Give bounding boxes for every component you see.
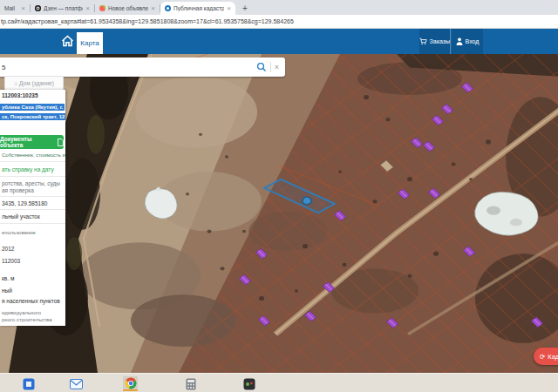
new-tab-button[interactable]: +: [242, 3, 248, 13]
object-info-panel: 112003:10235 ублика Саха (Якутия), г. ск…: [0, 90, 65, 326]
user-icon: [456, 37, 463, 45]
tab-building[interactable]: ⌂ Дом (здание): [4, 76, 64, 90]
dzen-favicon-icon: [35, 5, 41, 11]
tab-avito[interactable]: Новое объявление ×: [95, 2, 160, 15]
divider: [0, 161, 65, 162]
divider: [0, 223, 65, 224]
object-type: льный участок: [2, 213, 40, 220]
taskbar-mail-icon[interactable]: [69, 376, 84, 391]
check-link[interactable]: ая проверка: [2, 187, 34, 193]
address-line: ск, Покровский тракт, 12 км: [0, 113, 65, 120]
cart-icon: [419, 37, 427, 45]
login-button[interactable]: Вход: [452, 29, 483, 54]
document-icon: [58, 139, 64, 146]
taskbar-calculator-icon[interactable]: [183, 376, 198, 391]
address-bar[interactable]: tp.сайт/кадастровая_карта#lat=61.9534358…: [0, 15, 558, 29]
avito-favicon-icon: [99, 5, 105, 11]
satellite-map[interactable]: 5 × ⌂ Дом (здание) 112003:10235 ублика С…: [0, 54, 558, 373]
search-divider: [270, 62, 271, 72]
cadastre-refresh-button[interactable]: ⟳ Кадаст: [534, 348, 558, 365]
screen: Mail × Дзен — платформа для прос × Новое…: [0, 0, 558, 392]
land-category: я населенных пунктов: [2, 298, 60, 304]
divider: [0, 196, 65, 197]
usage-label: епользование: [2, 230, 36, 235]
cadastral-number: 112003:10235: [2, 92, 38, 98]
quarter-value: 112003: [2, 258, 20, 264]
site-header: Карта Заказы Вход: [0, 29, 558, 54]
refresh-icon: ⟳: [540, 353, 545, 361]
area-unit: кв. м: [2, 275, 14, 281]
url-text: tp.сайт/кадастровая_карта#lat=61.9534358…: [0, 18, 294, 24]
search-clear-icon[interactable]: ×: [275, 63, 285, 71]
map-canvas: [0, 54, 558, 373]
tab-dzen[interactable]: Дзен — платформа для прос ×: [31, 2, 94, 15]
docs-subtitle: Собственник, стоимость и др.: [2, 152, 65, 158]
tab-close-icon[interactable]: ×: [227, 5, 231, 12]
tab-mail[interactable]: Mail ×: [0, 2, 30, 15]
orders-button[interactable]: Заказы: [419, 29, 451, 54]
taskbar: [0, 373, 558, 392]
coordinates-value: 3435, 129.585180: [2, 200, 47, 206]
tab-close-icon[interactable]: ×: [21, 5, 25, 12]
divider: [0, 176, 65, 177]
object-documents-button[interactable]: Документы объекта: [0, 135, 64, 149]
parcel-marker[interactable]: [303, 197, 311, 205]
order-report-link[interactable]: ать справку на дату: [2, 166, 54, 172]
search-input[interactable]: 5: [0, 64, 256, 71]
address-line: ублика Саха (Якутия), г.: [0, 104, 65, 111]
building-icon: ⌂: [14, 80, 17, 86]
tab-close-icon[interactable]: ×: [85, 5, 90, 12]
search-bar[interactable]: 5 ×: [0, 57, 285, 77]
search-icon[interactable]: [256, 62, 267, 72]
check-link[interactable]: ротства, аресты, суды: [2, 180, 60, 186]
purpose-line: ндивидуального: [2, 310, 41, 315]
status-value: ный: [2, 287, 12, 294]
home-icon[interactable]: [61, 35, 74, 47]
taskbar-app-icon[interactable]: [21, 376, 36, 391]
taskbar-chrome-icon[interactable]: [123, 376, 138, 391]
tab-close-icon[interactable]: ×: [151, 5, 155, 12]
year-value: 2012: [2, 246, 14, 252]
divider: [0, 209, 65, 210]
browser-tab-bar: Mail × Дзен — платформа для прос × Новое…: [0, 0, 558, 15]
purpose-line: рного строительства: [2, 317, 51, 322]
pkk-favicon-icon: [165, 5, 171, 11]
tab-cadastral-map[interactable]: Публичная кадастровая карт ×: [160, 2, 235, 15]
nav-tab-map[interactable]: Карта: [77, 32, 103, 54]
taskbar-game-icon[interactable]: [242, 376, 256, 391]
